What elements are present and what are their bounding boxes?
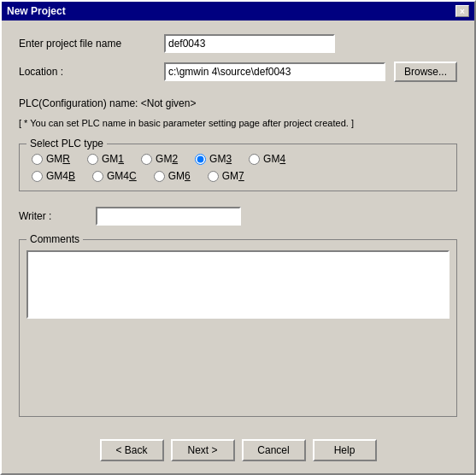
plc-type-legend: Select PLC type bbox=[26, 138, 107, 150]
location-row: Location : Browse... bbox=[19, 62, 457, 82]
browse-button[interactable]: Browse... bbox=[394, 62, 457, 82]
radio-gmr[interactable]: GMR bbox=[32, 153, 70, 165]
help-button[interactable]: Help bbox=[313, 439, 377, 461]
location-input[interactable] bbox=[164, 62, 385, 81]
title-bar: New Project × bbox=[2, 2, 474, 21]
next-button[interactable]: Next > bbox=[171, 439, 235, 461]
radio-gm7[interactable]: GM7 bbox=[208, 170, 244, 182]
comments-textarea[interactable] bbox=[26, 250, 450, 319]
radio-gm6[interactable]: GM6 bbox=[154, 170, 191, 182]
writer-row: Writer : bbox=[19, 207, 457, 226]
writer-input[interactable] bbox=[96, 207, 241, 226]
radio-gm1[interactable]: GM1 bbox=[87, 153, 124, 165]
plc-name-section: PLC(Configuration) name: <Not given> bbox=[19, 97, 457, 109]
comments-group: Comments bbox=[19, 239, 457, 417]
location-label: Location : bbox=[19, 66, 156, 78]
back-button[interactable]: < Back bbox=[100, 439, 164, 461]
plc-type-group: Select PLC type GMR GM1 GM2 GM3 bbox=[19, 144, 457, 191]
new-project-window: New Project × Enter project file name Lo… bbox=[0, 0, 476, 475]
button-bar: < Back Next > Cancel Help bbox=[2, 431, 474, 473]
filename-row: Enter project file name bbox=[19, 34, 457, 53]
close-button[interactable]: × bbox=[455, 5, 469, 17]
form-content: Enter project file name Location : Brows… bbox=[2, 21, 474, 431]
filename-input[interactable] bbox=[164, 34, 335, 53]
title-bar-buttons: × bbox=[455, 5, 469, 17]
radio-row-1: GMR GM1 GM2 GM3 GM4 bbox=[32, 153, 444, 165]
radio-gm2[interactable]: GM2 bbox=[141, 153, 178, 165]
radio-gm3[interactable]: GM3 bbox=[195, 153, 232, 165]
radio-gm4[interactable]: GM4 bbox=[249, 153, 285, 165]
filename-label: Enter project file name bbox=[19, 38, 156, 50]
writer-label: Writer : bbox=[19, 210, 87, 222]
comments-legend: Comments bbox=[26, 233, 83, 245]
radio-gm4c[interactable]: GM4C bbox=[92, 170, 137, 182]
radio-row-2: GM4B GM4C GM6 GM7 bbox=[32, 170, 444, 182]
radio-gm4b[interactable]: GM4B bbox=[32, 170, 75, 182]
cancel-button[interactable]: Cancel bbox=[242, 439, 306, 461]
note-text: [ * You can set PLC name in basic parame… bbox=[19, 118, 457, 128]
plc-name-text: PLC(Configuration) name: <Not given> bbox=[19, 97, 457, 109]
window-title: New Project bbox=[7, 5, 66, 17]
